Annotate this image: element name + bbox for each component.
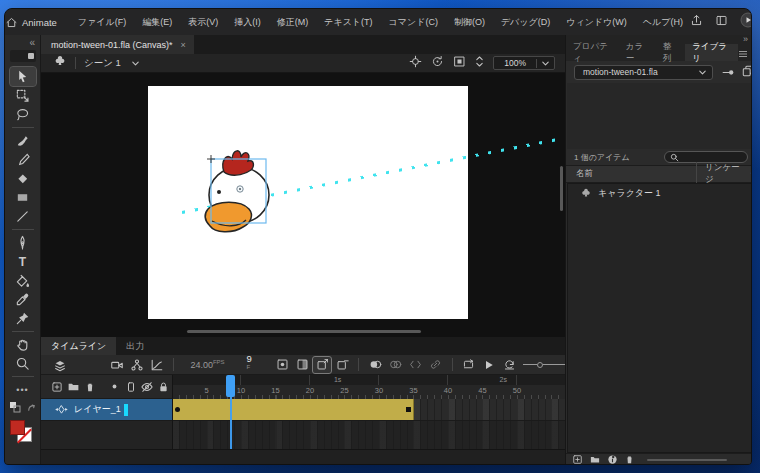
- layers-view-icon[interactable]: [51, 357, 69, 373]
- zoom-chevron-down-icon[interactable]: [536, 59, 554, 68]
- pin-library-icon[interactable]: [722, 63, 735, 81]
- new-folder-icon[interactable]: [66, 379, 80, 395]
- center-stage-icon[interactable]: [409, 54, 422, 72]
- tool-eyedropper[interactable]: [10, 290, 36, 309]
- panel-tab[interactable]: ライブラリ: [685, 44, 738, 61]
- panel-tab[interactable]: 出力: [116, 337, 154, 355]
- scene-chevron-down-icon[interactable]: [131, 54, 140, 72]
- tool-selection[interactable]: [10, 67, 36, 86]
- item-properties-icon[interactable]: [607, 451, 618, 465]
- panel-tab[interactable]: プロパティ: [566, 44, 619, 61]
- tool-text[interactable]: T: [10, 252, 36, 271]
- hide-layers-icon[interactable]: [140, 379, 154, 395]
- start-keyframe-dot[interactable]: [175, 407, 180, 412]
- edit-symbols-icon[interactable]: [53, 54, 67, 72]
- tool-paint-bucket[interactable]: [10, 271, 36, 290]
- tool-lasso[interactable]: [10, 105, 36, 124]
- layer-row[interactable]: レイヤー_1: [41, 399, 172, 421]
- zoom-stepper[interactable]: [475, 54, 484, 72]
- layer-parenting-icon[interactable]: [128, 357, 146, 373]
- current-frame-value[interactable]: 9 F: [247, 353, 258, 375]
- new-folder-icon[interactable]: [589, 451, 601, 465]
- toolbar-edit-handle[interactable]: [10, 50, 36, 62]
- library-scrollbar[interactable]: [647, 459, 727, 461]
- column-name[interactable]: 名前: [576, 168, 696, 180]
- horizontal-scrollbar[interactable]: [187, 330, 421, 333]
- menu-item[interactable]: テキスト(T): [317, 13, 379, 32]
- tool-free-transform[interactable]: [10, 86, 36, 105]
- end-keyframe-marker[interactable]: [406, 407, 411, 412]
- fill-color-swatch[interactable]: [10, 420, 25, 435]
- panel-tab[interactable]: 整列: [656, 44, 685, 61]
- tab-close-icon[interactable]: ×: [181, 40, 186, 50]
- publish-play-icon[interactable]: [740, 12, 752, 32]
- delete-layer-icon[interactable]: [83, 379, 97, 395]
- motion-tween-span[interactable]: [172, 399, 414, 420]
- panel-divider[interactable]: [172, 375, 173, 449]
- loop-playback-icon[interactable]: [500, 357, 518, 373]
- add-camera-icon[interactable]: [108, 357, 126, 373]
- insert-blank-keyframe-icon[interactable]: [293, 357, 311, 373]
- play-button[interactable]: [480, 357, 498, 373]
- loop-range-icon[interactable]: [460, 357, 478, 373]
- edit-multiple-frames-icon[interactable]: [407, 357, 425, 373]
- insert-keyframe-icon[interactable]: [273, 357, 291, 373]
- layer-outline-color-swatch[interactable]: [124, 404, 128, 416]
- tool-rectangle[interactable]: [10, 188, 36, 207]
- menu-item[interactable]: コマンド(C): [382, 13, 445, 32]
- panel-tab[interactable]: カラー: [619, 44, 656, 61]
- tool-line[interactable]: [10, 207, 36, 226]
- frame-span-link-icon[interactable]: [427, 357, 445, 373]
- tool-hand[interactable]: [10, 335, 36, 354]
- swap-colors-icon[interactable]: [26, 399, 37, 417]
- remove-frame-icon[interactable]: [333, 357, 351, 373]
- menu-item[interactable]: 編集(E): [135, 13, 179, 32]
- timeline-zoom-slider[interactable]: [523, 362, 565, 368]
- more-tools-button[interactable]: •••: [10, 380, 36, 399]
- outline-view-icon[interactable]: [124, 379, 138, 395]
- layer-frames-track[interactable]: [172, 399, 565, 421]
- panel-tab[interactable]: タイムライン: [41, 337, 116, 355]
- vertical-scrollbar[interactable]: [560, 166, 563, 211]
- new-library-panel-icon[interactable]: [742, 63, 752, 81]
- menu-item[interactable]: デバッグ(D): [494, 13, 557, 32]
- menu-item[interactable]: 制御(O): [447, 13, 492, 32]
- timeline-ruler[interactable]: 1s2s 5101520253035404550: [172, 375, 565, 399]
- frame-rate-value[interactable]: 24.00FPS: [190, 359, 224, 370]
- share-icon[interactable]: [690, 13, 703, 31]
- onion-skin-outlines-icon[interactable]: [387, 357, 405, 373]
- library-document-dropdown[interactable]: motion-tween-01.fla: [574, 65, 713, 80]
- document-tab[interactable]: motion-tween-01.fla (Canvas)* ×: [41, 35, 194, 54]
- menu-item[interactable]: 挿入(I): [227, 13, 268, 32]
- new-layer-icon[interactable]: [50, 379, 64, 395]
- rotate-stage-icon[interactable]: [431, 54, 444, 72]
- tool-pen[interactable]: [10, 233, 36, 252]
- menu-item[interactable]: 表示(V): [181, 13, 225, 32]
- outline-color-dot-icon[interactable]: [107, 379, 121, 395]
- library-item[interactable]: キャラクター 1: [568, 184, 752, 202]
- menu-item[interactable]: ヘルプ(H): [636, 13, 690, 32]
- new-symbol-icon[interactable]: [572, 451, 583, 465]
- tool-fluid-brush[interactable]: [10, 131, 36, 150]
- collapse-tools-button[interactable]: «: [5, 37, 40, 50]
- auto-insert-frame-icon[interactable]: [313, 357, 331, 373]
- library-item-list[interactable]: キャラクター 1: [567, 183, 752, 453]
- delete-item-icon[interactable]: [624, 451, 635, 465]
- menu-item[interactable]: ファイル(F): [71, 13, 133, 32]
- home-icon[interactable]: [5, 16, 18, 29]
- tool-classic-brush[interactable]: [10, 150, 36, 169]
- zoom-level-dropdown[interactable]: 100%: [493, 56, 555, 70]
- chicken-artwork[interactable]: [148, 86, 468, 319]
- tool-asset-warp[interactable]: [10, 309, 36, 328]
- tool-zoom[interactable]: [10, 354, 36, 373]
- onion-skin-icon[interactable]: [366, 357, 384, 373]
- workspace-icon[interactable]: [715, 13, 728, 31]
- panel-menu-icon[interactable]: [738, 44, 752, 62]
- canvas-pasteboard[interactable]: [41, 73, 565, 337]
- lock-layers-icon[interactable]: [157, 379, 171, 395]
- menu-item[interactable]: ウィンドウ(W): [559, 13, 634, 32]
- menu-item[interactable]: 修正(M): [270, 13, 316, 32]
- graph-editor-icon[interactable]: [148, 357, 166, 373]
- clip-content-icon[interactable]: [453, 54, 466, 72]
- default-colors-icon[interactable]: [9, 399, 21, 417]
